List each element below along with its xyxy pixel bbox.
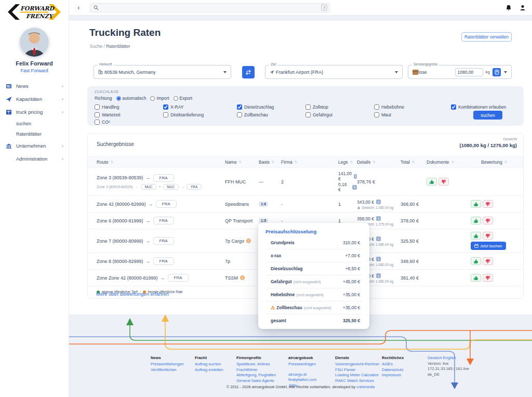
sidebar-item-administration[interactable]: Administration › bbox=[0, 152, 69, 165]
user-account-icon[interactable] bbox=[520, 5, 526, 11]
info-icon[interactable] bbox=[376, 257, 381, 261]
info-icon[interactable] bbox=[352, 185, 357, 190]
sort-icon[interactable]: ⇅ bbox=[111, 160, 113, 164]
sort-icon[interactable]: ⇅ bbox=[373, 160, 375, 164]
info-icon[interactable] bbox=[376, 236, 381, 241]
footer-link[interactable]: Impressum bbox=[382, 373, 428, 378]
table-row[interactable]: Zone 42 (80000-82999) → FRA Speedtrans 1… bbox=[88, 196, 523, 213]
destination-field[interactable]: Ziel Frankfurt Airport (FRA) bbox=[265, 65, 403, 79]
column-header[interactable]: Bewertung⇅ bbox=[471, 160, 524, 165]
sort-icon[interactable]: ⇅ bbox=[350, 160, 352, 164]
origin-field[interactable]: Herkunft 80539 Munich, Germany bbox=[94, 65, 231, 79]
global-search-input[interactable] bbox=[101, 5, 321, 10]
sidebar-item-truck-pricing[interactable]: truck pricing › bbox=[0, 105, 69, 118]
checkbox-dieselzuschlag[interactable]: Dieselzuschlag bbox=[237, 104, 274, 110]
radio-export[interactable]: Export bbox=[174, 96, 193, 101]
thumbs-up-button[interactable] bbox=[471, 200, 481, 208]
manage-rate-sheets-button[interactable]: Ratenblätter verwalten bbox=[461, 32, 512, 42]
thumbs-down-button[interactable] bbox=[483, 257, 493, 265]
footer-link[interactable]: Frachtführer bbox=[236, 367, 286, 373]
thumbs-up-button[interactable] bbox=[471, 232, 481, 240]
sort-icon[interactable]: ⇅ bbox=[295, 160, 297, 164]
footer-link[interactable]: General Sales Agents bbox=[236, 378, 286, 384]
weight-input[interactable] bbox=[455, 68, 483, 76]
footer-link[interactable]: aircargo.id bbox=[288, 372, 334, 378]
column-header[interactable]: Details⇅ bbox=[357, 160, 401, 165]
info-icon[interactable] bbox=[376, 273, 381, 278]
footer-link[interactable]: Auftrag suchen bbox=[195, 362, 241, 367]
footer-link[interactable]: Presseanfragen bbox=[288, 362, 334, 367]
checkbox-handling[interactable]: Handling bbox=[95, 104, 119, 110]
footer-link[interactable]: FSU Parser bbox=[335, 367, 387, 373]
back-button[interactable]: ‹ bbox=[77, 4, 79, 11]
dropdown-caret-icon[interactable] bbox=[504, 71, 507, 73]
leg-chip[interactable]: MUC bbox=[163, 184, 179, 190]
swap-origin-destination-button[interactable] bbox=[242, 66, 255, 78]
sidebar-item-news[interactable]: News › bbox=[0, 80, 69, 92]
language-switch-link[interactable]: Deutsch English bbox=[428, 355, 485, 361]
thumbs-up-button[interactable] bbox=[471, 257, 481, 265]
checkbox-wartezeit[interactable]: Wartezeit bbox=[95, 112, 121, 117]
thumbs-up-button[interactable] bbox=[427, 178, 437, 186]
checkbox-maut[interactable]: Maut bbox=[374, 112, 391, 117]
column-header[interactable]: Route⇅ bbox=[97, 160, 225, 165]
sort-icon[interactable]: ⇅ bbox=[239, 160, 242, 164]
column-header[interactable]: Basis⇅ bbox=[259, 160, 281, 165]
destination-chip[interactable]: FRA bbox=[168, 274, 189, 282]
leg-chip[interactable]: FRA bbox=[187, 184, 202, 190]
user-company-link[interactable]: Fast Forward bbox=[0, 68, 69, 73]
book-now-button[interactable]: Jetzt buchen bbox=[471, 242, 506, 250]
info-icon[interactable] bbox=[376, 216, 381, 221]
radio-automatisch[interactable]: automatisch bbox=[116, 96, 147, 101]
leg-chip[interactable]: MUC bbox=[141, 184, 157, 190]
destination-chip[interactable]: FRA bbox=[153, 237, 174, 245]
footer-link[interactable]: Abfertigung, Flughäfen bbox=[236, 373, 286, 378]
thumbs-down-button[interactable] bbox=[483, 274, 493, 282]
sort-icon[interactable]: ⇅ bbox=[451, 160, 454, 164]
sidebar-subitem-suchen[interactable]: suchen bbox=[16, 118, 69, 129]
sort-icon[interactable]: ⇅ bbox=[272, 160, 274, 164]
thumbs-up-button[interactable] bbox=[471, 217, 481, 224]
checkbox-hebebuehne[interactable]: Hebebühne bbox=[374, 104, 404, 110]
destination-chip[interactable]: FRA bbox=[153, 217, 174, 224]
checkbox-zollbeschau[interactable]: Zollbeschau bbox=[237, 112, 268, 117]
footer-link[interactable]: AGB's bbox=[382, 362, 428, 367]
developer-link[interactable]: créémedia bbox=[356, 385, 375, 389]
checkbox-co2[interactable]: CO² bbox=[95, 120, 110, 125]
radio-import[interactable]: Import bbox=[150, 96, 169, 101]
thumbs-down-button[interactable] bbox=[483, 232, 493, 240]
column-header[interactable]: Total⇅ bbox=[401, 160, 427, 165]
thumbs-down-button[interactable] bbox=[483, 217, 493, 224]
footer-link[interactable]: Pressemitteilungen bbox=[151, 362, 196, 367]
avatar[interactable] bbox=[20, 28, 49, 57]
column-header[interactable]: Firma⇅ bbox=[281, 160, 338, 165]
column-header[interactable]: Dokumente⇅ bbox=[427, 160, 471, 165]
footer-link[interactable]: Veröffentlichen bbox=[151, 367, 196, 373]
checkbox-gefahrgut[interactable]: Gefahrgut bbox=[305, 112, 332, 117]
footer-link[interactable]: Auftrag erstellen bbox=[195, 367, 241, 373]
footer-link[interactable]: floatyballon.com bbox=[288, 377, 334, 383]
calculator-button[interactable] bbox=[493, 68, 501, 76]
sort-icon[interactable]: ⇅ bbox=[412, 160, 415, 164]
thumbs-down-button[interactable] bbox=[438, 178, 449, 186]
sidebar-item-kapazitaeten[interactable]: Kapazitäten › bbox=[0, 92, 69, 105]
column-header[interactable]: Name⇅ bbox=[225, 160, 259, 165]
notifications-bell-icon[interactable] bbox=[506, 5, 512, 11]
checkbox-kombinationen[interactable]: Kombinationen erlauben bbox=[451, 104, 506, 110]
sort-icon[interactable]: ⇅ bbox=[504, 160, 507, 164]
footer-link[interactable]: Datenschutz bbox=[382, 367, 428, 373]
shipment-type[interactable]: lose bbox=[418, 70, 427, 75]
thumbs-down-button[interactable] bbox=[483, 200, 493, 208]
footer-link[interactable]: RAKC Watch Services bbox=[335, 378, 387, 384]
footer-link[interactable]: Spediteure, Airlines bbox=[236, 362, 286, 367]
checkbox-xray[interactable]: X-RAY bbox=[163, 104, 183, 110]
breadcrumb-suche[interactable]: Suche bbox=[90, 44, 102, 49]
footer-link[interactable]: Loading Meter Calculator bbox=[335, 373, 387, 378]
more-about-ratings-link[interactable]: Mehr über Bewertungen erfahren bbox=[96, 291, 169, 297]
sidebar-subitem-ratenblaetter[interactable]: Ratenblätter bbox=[16, 129, 69, 139]
info-icon[interactable] bbox=[354, 174, 357, 179]
table-row[interactable]: Zone 3 (80539-80539) → FRA Zone 3 (80539… bbox=[88, 168, 523, 196]
global-search[interactable]: / bbox=[90, 3, 330, 12]
info-icon[interactable] bbox=[376, 200, 381, 204]
thumbs-up-button[interactable] bbox=[471, 274, 481, 282]
